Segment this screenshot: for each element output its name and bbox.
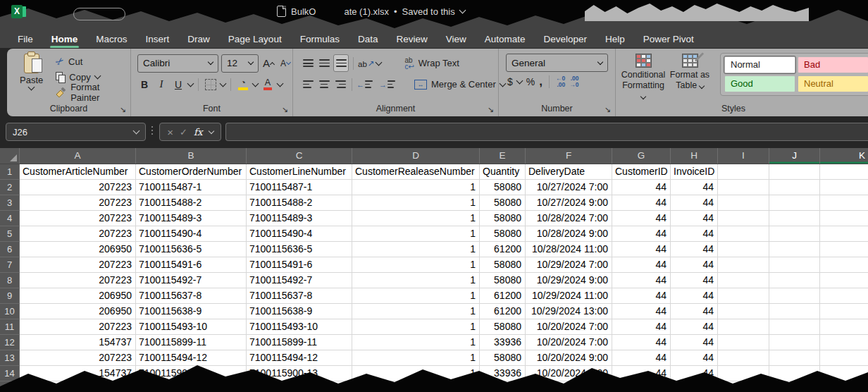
align-left-button[interactable]: [301, 76, 315, 92]
cell-D12[interactable]: 1: [352, 335, 480, 350]
cell-G[interactable]: [612, 381, 671, 392]
cell-F6[interactable]: 10/28/2024 11:00: [526, 242, 612, 257]
cell-D8[interactable]: 1: [352, 273, 480, 288]
cell-K4[interactable]: [820, 211, 868, 226]
cell-F8[interactable]: 10/29/2024 9:00: [526, 273, 612, 288]
cell-A11[interactable]: 207223: [20, 319, 136, 335]
underline-button[interactable]: U: [171, 76, 185, 92]
row-number[interactable]: 6: [0, 242, 20, 257]
tab-insert[interactable]: Insert: [137, 34, 179, 44]
tab-developer[interactable]: Developer: [535, 34, 597, 44]
row-number[interactable]: 9: [0, 288, 20, 304]
cell-E10[interactable]: 61200: [480, 304, 526, 319]
comma-button[interactable]: ,: [539, 75, 542, 89]
column-header-K[interactable]: K: [820, 148, 868, 164]
row-number[interactable]: 4: [0, 211, 20, 226]
cell-A14[interactable]: 154737: [20, 366, 136, 381]
cell-C12[interactable]: 7100115899-11: [247, 335, 352, 350]
paste-button[interactable]: Paste: [13, 54, 50, 100]
cell-H11[interactable]: 44: [671, 319, 718, 335]
row-number[interactable]: 5: [0, 226, 20, 242]
tab-file[interactable]: File: [8, 34, 42, 44]
cell-J10[interactable]: [769, 304, 820, 319]
row-number[interactable]: 12: [0, 335, 20, 350]
cell-F12[interactable]: 10/20/2024 7:00: [526, 335, 612, 350]
cell-D13[interactable]: 1: [352, 350, 480, 366]
cell-B9[interactable]: 7100115637-8: [136, 288, 247, 304]
cell-D2[interactable]: 1: [352, 180, 480, 195]
cell-J12[interactable]: [769, 335, 820, 350]
cell-C7[interactable]: 7100115491-6: [247, 257, 352, 273]
enter-button[interactable]: ✓: [180, 128, 187, 137]
cell-G12[interactable]: 44: [612, 335, 671, 350]
fill-color-button[interactable]: ◔: [236, 76, 250, 92]
cell-I1[interactable]: [718, 164, 769, 180]
cell-H4[interactable]: 44: [671, 211, 718, 226]
format-painter-button[interactable]: Format Painter: [56, 85, 130, 100]
cell-E14[interactable]: 33936: [480, 366, 526, 381]
cell-A8[interactable]: 207223: [20, 273, 136, 288]
cell-I5[interactable]: [718, 226, 769, 242]
font-color-button[interactable]: A: [261, 76, 275, 92]
cell-D1[interactable]: CustomerRealeaseNumber: [352, 164, 480, 180]
cell-I4[interactable]: [718, 211, 769, 226]
cell-F14[interactable]: 10/20/2024 9:00: [526, 366, 612, 381]
cell-I13[interactable]: [718, 350, 769, 366]
percent-button[interactable]: %: [526, 76, 535, 87]
wrap-text-button[interactable]: ab c↩ Wrap Text: [404, 57, 459, 70]
row-number[interactable]: 11: [0, 319, 20, 335]
cell-I10[interactable]: [718, 304, 769, 319]
cell-B5[interactable]: 7100115490-4: [136, 226, 247, 242]
column-header-C[interactable]: C: [247, 148, 352, 164]
cell-J14[interactable]: [769, 366, 820, 381]
cell-J3[interactable]: [769, 195, 820, 211]
tab-view[interactable]: View: [437, 34, 476, 44]
cell-G8[interactable]: 44: [612, 273, 671, 288]
orientation-chevron-icon[interactable]: [376, 59, 383, 66]
cell-K13[interactable]: [820, 350, 868, 366]
cell-G9[interactable]: 44: [612, 288, 671, 304]
cell-H8[interactable]: 44: [671, 273, 718, 288]
cell-J6[interactable]: [769, 242, 820, 257]
cell-G13[interactable]: 44: [612, 350, 671, 366]
cell-E12[interactable]: 33936: [480, 335, 526, 350]
cell-H2[interactable]: 44: [671, 180, 718, 195]
currency-button[interactable]: $: [507, 76, 513, 87]
cell-G11[interactable]: 44: [612, 319, 671, 335]
cell-K[interactable]: [820, 381, 868, 392]
cell-C3[interactable]: 7100115488-2: [247, 195, 352, 211]
formula-input[interactable]: [225, 123, 868, 141]
cell-G6[interactable]: 44: [612, 242, 671, 257]
clipboard-dialog-launcher[interactable]: ↘: [120, 106, 126, 114]
cell-K11[interactable]: [820, 319, 868, 335]
cell-C10[interactable]: 7100115638-9: [247, 304, 352, 319]
cell-E9[interactable]: 61200: [480, 288, 526, 304]
cell-F7[interactable]: 10/29/2024 7:00: [526, 257, 612, 273]
cell-D[interactable]: [352, 381, 480, 392]
increase-indent-button[interactable]: →: [379, 80, 395, 89]
font-color-chevron-icon[interactable]: [277, 80, 284, 87]
cell-F2[interactable]: 10/27/2024 7:00: [526, 180, 612, 195]
cell-E[interactable]: [480, 381, 526, 392]
cell-B4[interactable]: 7100115489-3: [136, 211, 247, 226]
cell-J2[interactable]: [769, 180, 820, 195]
fx-chevron-icon[interactable]: [208, 128, 213, 133]
format-as-table-button[interactable]: Format as Table: [666, 54, 713, 91]
cell-I11[interactable]: [718, 319, 769, 335]
cell-G4[interactable]: 44: [612, 211, 671, 226]
cell-H14[interactable]: 44: [671, 366, 718, 381]
cell-A10[interactable]: 206950: [20, 304, 136, 319]
tab-formulas[interactable]: Formulas: [291, 34, 349, 44]
cell-D7[interactable]: 1: [352, 257, 480, 273]
cell-B10[interactable]: 7100115638-9: [136, 304, 247, 319]
cell-D10[interactable]: 1: [352, 304, 480, 319]
cell-K6[interactable]: [820, 242, 868, 257]
cell-C13[interactable]: 7100115494-12: [247, 350, 352, 366]
tab-automate[interactable]: Automate: [476, 34, 535, 44]
cell-A5[interactable]: 207223: [20, 226, 136, 242]
document-title[interactable]: BulkO ate (1).xlsx • Saved to this: [277, 6, 465, 17]
cell-F11[interactable]: 10/20/2024 7:00: [526, 319, 612, 335]
column-header-G[interactable]: G: [612, 148, 671, 164]
cell-B[interactable]: [136, 381, 247, 392]
cell-I3[interactable]: [718, 195, 769, 211]
